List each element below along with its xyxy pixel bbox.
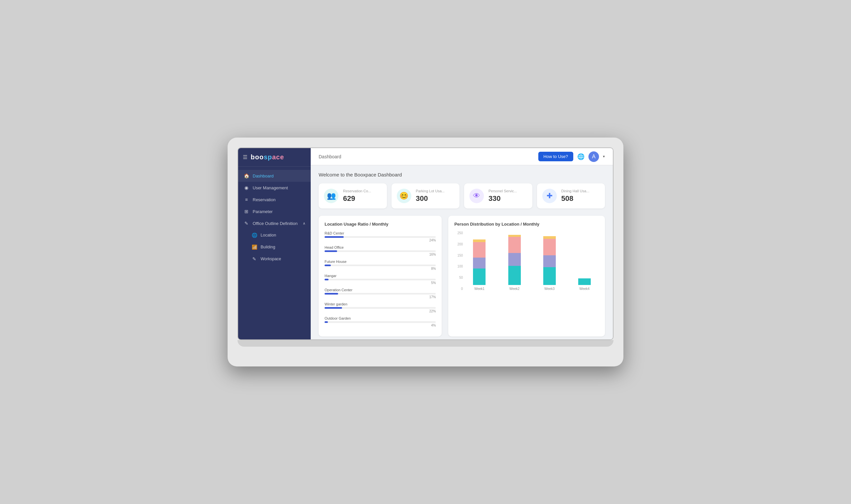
office-outline-icon: ✎ xyxy=(243,221,249,226)
globe-icon: 🌐 xyxy=(577,153,584,160)
user-dropdown-button[interactable]: ▾ xyxy=(603,155,605,159)
location-bar-row: Operation Center 17% xyxy=(325,288,436,299)
bar-column: Week4 xyxy=(570,278,599,291)
y-axis-label: 100 xyxy=(454,265,465,268)
dining-card-value: 508 xyxy=(561,194,590,203)
sidebar-item-dashboard[interactable]: 🏠 Dashboard xyxy=(238,170,311,182)
y-axis-label: 0 xyxy=(454,287,465,291)
bar-segment xyxy=(578,278,591,285)
loc-label: Head Office xyxy=(325,246,436,249)
person-dist-inner: 250200150100500 Week1Week2Week3Week4 xyxy=(454,231,599,291)
bar-segment xyxy=(508,253,521,266)
location-bar-row: Future House 8% xyxy=(325,259,436,270)
loc-label: Winter garden xyxy=(325,302,436,306)
sidebar-item-label: User Management xyxy=(253,185,288,190)
sidebar-item-user-management[interactable]: ◉ User Management xyxy=(238,182,311,194)
stat-card-dining: ✚ Dining Hall Usa... 508 xyxy=(537,183,605,209)
stat-card-personel: 👁 Personel Servic... 330 xyxy=(464,183,532,209)
location-usage-chart: Location Usage Ratio / Monthly R&D Cente… xyxy=(319,216,442,337)
parking-card-info: Parking Lot Usa... 300 xyxy=(416,189,445,203)
bar-pct: 24% xyxy=(325,238,436,242)
bar-fill xyxy=(325,250,337,252)
sidebar-header: ☰ boospace xyxy=(238,148,311,166)
user-avatar[interactable]: A xyxy=(589,151,599,162)
building-icon: 📶 xyxy=(251,245,257,250)
personel-card-icon: 👁 xyxy=(469,189,484,203)
bar-segment xyxy=(473,239,486,242)
bar-segment xyxy=(508,266,521,285)
location-bars: R&D Center 24% Head Office 16% Future Ho… xyxy=(325,231,436,327)
chevron-down-icon: ∧ xyxy=(303,221,305,226)
workspace-icon: ✎ xyxy=(251,256,257,262)
bar-column: Week3 xyxy=(535,236,564,291)
stack-wrapper xyxy=(508,235,521,285)
dashboard-body: Welcome to the Booxpace Dashboard 👥 Rese… xyxy=(311,165,613,339)
sidebar-item-workspace[interactable]: ✎ Workspace xyxy=(238,253,311,265)
y-axis-label: 150 xyxy=(454,254,465,257)
sidebar-item-building[interactable]: 📶 Building xyxy=(238,241,311,253)
week-label: Week3 xyxy=(544,287,555,291)
loc-label: Outdoor Garden xyxy=(325,316,436,320)
location-bar-row: R&D Center 24% xyxy=(325,231,436,242)
bar-pct: 5% xyxy=(325,281,436,285)
sidebar-item-parameter[interactable]: ⊞ Parameter xyxy=(238,205,311,217)
parking-card-value: 300 xyxy=(416,194,445,203)
bar-track xyxy=(325,265,436,266)
hamburger-icon[interactable]: ☰ xyxy=(243,154,247,160)
location-bar-row: Winter garden 22% xyxy=(325,302,436,313)
sidebar-item-office-outline[interactable]: ✎ Office Outline Definition ∧ xyxy=(238,217,311,229)
how-to-button[interactable]: How to Use? xyxy=(538,152,573,161)
stack-wrapper xyxy=(473,239,486,285)
reservation-card-value: 629 xyxy=(343,194,371,203)
bar-segment xyxy=(508,237,521,253)
stack-wrapper xyxy=(543,236,556,285)
bar-column: Week2 xyxy=(500,235,529,291)
sidebar: ☰ boospace 🏠 Dashboard ◉ User Management xyxy=(238,148,311,339)
week-label: Week4 xyxy=(579,287,590,291)
sidebar-item-label: Parameter xyxy=(253,209,273,214)
personel-card-info: Personel Servic... 330 xyxy=(489,189,517,203)
dining-card-label: Dining Hall Usa... xyxy=(561,189,590,193)
bar-fill xyxy=(325,236,344,238)
sidebar-item-label: Dashboard xyxy=(253,174,274,178)
app-container: ☰ boospace 🏠 Dashboard ◉ User Management xyxy=(238,148,613,339)
bar-fill xyxy=(325,293,338,294)
stat-card-reservation: 👥 Reservation Co... 629 xyxy=(319,183,387,209)
parking-card-icon: 😊 xyxy=(397,189,411,203)
person-dist-chart: Person Distribution by Location / Monthl… xyxy=(448,216,605,337)
bars-area: Week1Week2Week3Week4 xyxy=(465,231,599,291)
sidebar-item-label: Office Outline Definition xyxy=(253,221,297,226)
bar-segment xyxy=(543,255,556,267)
bar-pct: 22% xyxy=(325,309,436,313)
language-button[interactable]: 🌐 xyxy=(577,153,584,160)
main-content: Dashboard How to Use? 🌐 A ▾ Welcom xyxy=(311,148,613,339)
bar-pct: 16% xyxy=(325,253,436,256)
bar-track xyxy=(325,321,436,323)
reservation-card-icon: 👥 xyxy=(324,189,339,203)
bar-pct: 17% xyxy=(325,295,436,299)
sidebar-item-label: Location xyxy=(260,233,276,237)
bar-pct: 8% xyxy=(325,267,436,270)
sidebar-item-location[interactable]: 🌐 Location xyxy=(238,229,311,241)
bar-column: Week1 xyxy=(465,239,494,291)
laptop-screen: ☰ boospace 🏠 Dashboard ◉ User Management xyxy=(237,147,614,340)
sidebar-item-label: Building xyxy=(260,245,275,249)
location-bar-row: Hangar 5% xyxy=(325,274,436,285)
reservation-card-info: Reservation Co... 629 xyxy=(343,189,371,203)
bar-segment xyxy=(543,239,556,255)
user-initial: A xyxy=(592,154,596,160)
loc-label: Future House xyxy=(325,259,436,264)
stat-card-parking: 😊 Parking Lot Usa... 300 xyxy=(392,183,460,209)
bar-segment xyxy=(473,242,486,258)
bar-segment xyxy=(473,258,486,268)
dining-card-icon: ✚ xyxy=(542,189,557,203)
loc-label: Hangar xyxy=(325,274,436,278)
welcome-message: Welcome to the Booxpace Dashboard xyxy=(319,172,605,178)
bar-fill xyxy=(325,279,328,281)
bar-segment xyxy=(473,269,486,285)
sidebar-item-reservation[interactable]: ≡ Reservation xyxy=(238,194,311,205)
location-bar-row: Outdoor Garden 4% xyxy=(325,316,436,327)
charts-row: Location Usage Ratio / Monthly R&D Cente… xyxy=(319,216,605,337)
sidebar-navigation: 🏠 Dashboard ◉ User Management ≡ Reservat… xyxy=(238,166,311,333)
sidebar-item-label: Reservation xyxy=(253,197,275,202)
